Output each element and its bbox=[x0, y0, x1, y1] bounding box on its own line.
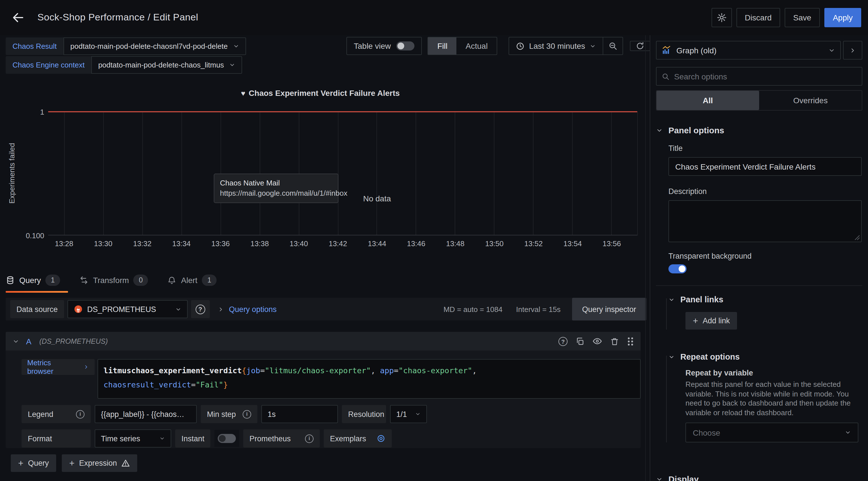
visualization-picker[interactable]: Graph (old) bbox=[656, 41, 841, 60]
zoom-out-button[interactable] bbox=[603, 37, 622, 55]
resolution-select[interactable]: 1/1 bbox=[390, 405, 427, 423]
fill-actual-control: Fill Actual bbox=[428, 37, 497, 55]
query-toolbar: Data source DS_PROMETHEUS ? Query option… bbox=[6, 298, 646, 321]
resolution-label: Resolution bbox=[342, 405, 386, 423]
toggle-viz-picker-button[interactable] bbox=[843, 41, 862, 60]
exemplars-icon[interactable] bbox=[376, 434, 385, 443]
main-scrollbar-track[interactable] bbox=[645, 35, 646, 481]
legend-label: Legendi bbox=[22, 405, 91, 423]
prometheus-type-label: Prometheusi bbox=[243, 429, 320, 448]
panel-settings-button[interactable] bbox=[711, 8, 732, 27]
chevron-down-icon bbox=[669, 354, 675, 360]
description-field-label: Description bbox=[669, 187, 862, 196]
drag-handle[interactable] bbox=[627, 337, 634, 346]
add-query-button[interactable]: + Query bbox=[11, 454, 56, 472]
repeat-variable-select[interactable]: Choose bbox=[685, 423, 858, 443]
disable-query-button[interactable] bbox=[592, 336, 602, 346]
section-repeat-options[interactable]: Repeat options bbox=[669, 352, 862, 361]
variable-chaos-engine-context: Chaos Engine context podtato-main-pod-de… bbox=[6, 56, 246, 74]
chevron-right-icon bbox=[83, 364, 89, 370]
add-link-button[interactable]: + Add link bbox=[685, 312, 737, 330]
data-source-picker[interactable]: DS_PROMETHEUS bbox=[67, 300, 188, 318]
min-step-input[interactable]: 1s bbox=[261, 405, 338, 423]
chevron-down-icon bbox=[590, 43, 596, 49]
x-tick-label: 13:52 bbox=[524, 239, 542, 248]
x-tick-label: 13:38 bbox=[250, 239, 269, 248]
refresh-button[interactable] bbox=[630, 41, 650, 51]
table-view-toggle[interactable] bbox=[397, 41, 415, 51]
chevron-right-icon bbox=[218, 306, 224, 312]
panel-description-textarea[interactable] bbox=[669, 200, 862, 242]
save-button[interactable]: Save bbox=[785, 8, 820, 27]
transparent-background-toggle[interactable] bbox=[669, 264, 687, 273]
tab-count-badge: 1 bbox=[202, 274, 217, 286]
chart-panel: ♥Chaos Experiment Verdict Failure Alerts… bbox=[0, 74, 650, 261]
graph-chart-icon bbox=[662, 46, 671, 55]
duplicate-query-button[interactable] bbox=[576, 337, 585, 346]
section-panel-options[interactable]: Panel options bbox=[656, 125, 862, 135]
x-tick-label: 13:30 bbox=[94, 239, 112, 248]
apply-button[interactable]: Apply bbox=[824, 8, 861, 27]
max-data-points-info: MD = auto = 1084 bbox=[443, 305, 502, 313]
time-range-picker[interactable]: Last 30 minutes bbox=[509, 37, 603, 55]
help-icon: ? bbox=[558, 337, 567, 346]
x-tick-label: 13:54 bbox=[563, 239, 582, 248]
back-arrow-icon[interactable] bbox=[11, 11, 25, 24]
title-field-label: Title bbox=[669, 144, 862, 153]
query-inspector-button[interactable]: Query inspector bbox=[572, 298, 646, 321]
repeat-description: Repeat this panel for each value in the … bbox=[685, 380, 862, 418]
panel-link-tooltip: Chaos Native Mail https://mail.google.co… bbox=[214, 174, 338, 203]
add-expression-button[interactable]: + Expression bbox=[62, 454, 137, 472]
metrics-browser-button[interactable]: Metrics browser bbox=[22, 359, 94, 375]
data-source-help-button[interactable]: ? bbox=[191, 300, 210, 318]
page-title: Sock-Shop Performance / Edit Panel bbox=[37, 12, 198, 23]
x-tick-label: 13:56 bbox=[602, 239, 621, 248]
gridline bbox=[103, 112, 104, 235]
chevron-down-icon bbox=[175, 306, 181, 312]
query-footer: + Query + Expression bbox=[11, 454, 137, 472]
delete-query-button[interactable] bbox=[610, 337, 619, 346]
instant-toggle[interactable] bbox=[218, 434, 236, 443]
actual-option[interactable]: Actual bbox=[457, 37, 497, 55]
gridline bbox=[572, 112, 572, 235]
instant-label: Instant bbox=[175, 429, 210, 448]
chevron-down-icon bbox=[415, 411, 421, 417]
variable-label: Chaos Engine context bbox=[6, 56, 91, 74]
plus-icon: + bbox=[693, 315, 698, 326]
section-display[interactable]: Display bbox=[656, 474, 862, 481]
resize-handle-icon[interactable] bbox=[855, 235, 860, 241]
query-expression[interactable]: litmuschaos_experiment_verdict{job="litm… bbox=[97, 359, 641, 399]
panel-title-input[interactable]: Chaos Experiment Verdict Failure Alerts bbox=[669, 157, 862, 176]
trash-icon bbox=[610, 337, 619, 346]
tab-query[interactable]: Query 1 bbox=[6, 271, 66, 293]
prometheus-icon bbox=[74, 305, 83, 314]
query-options-toggle[interactable]: Query options bbox=[218, 305, 277, 313]
transform-icon bbox=[80, 276, 88, 285]
query-help-button[interactable]: ? bbox=[558, 336, 567, 346]
options-search[interactable]: Search options bbox=[656, 67, 862, 86]
tab-count-badge: 1 bbox=[45, 274, 60, 286]
legend-input[interactable]: {{app_label}} - {{chaos… bbox=[95, 405, 197, 423]
fill-option[interactable]: Fill bbox=[428, 37, 457, 55]
tab-count-badge: 0 bbox=[133, 274, 148, 286]
collapse-chevron-icon[interactable] bbox=[12, 338, 19, 344]
variable-value-dropdown[interactable]: podtato-main-pod-delete-chaosnl7vd-pod-d… bbox=[63, 37, 246, 55]
discard-button[interactable]: Discard bbox=[736, 8, 780, 27]
tab-transform[interactable]: Transform 0 bbox=[80, 271, 154, 293]
filter-tab-overrides[interactable]: Overrides bbox=[759, 91, 862, 110]
table-view-label: Table view bbox=[354, 41, 391, 51]
query-datasource-hint: (DS_PROMETHEUS) bbox=[39, 337, 108, 345]
gear-icon bbox=[716, 12, 726, 23]
edit-panel-header: Sock-Shop Performance / Edit Panel Disca… bbox=[0, 0, 868, 35]
table-view-control: Table view bbox=[346, 37, 422, 55]
info-icon: i bbox=[243, 410, 251, 418]
filter-tab-all[interactable]: All bbox=[656, 91, 759, 110]
chevron-down-icon bbox=[656, 476, 663, 481]
variable-value-dropdown[interactable]: podtato-main-pod-delete-chaos_litmus bbox=[91, 56, 242, 74]
search-icon bbox=[662, 72, 670, 80]
section-panel-links[interactable]: Panel links bbox=[669, 295, 862, 304]
format-select[interactable]: Time series bbox=[95, 429, 171, 448]
tab-alert[interactable]: Alert 1 bbox=[167, 271, 222, 293]
query-row-header[interactable]: A (DS_PROMETHEUS) ? bbox=[6, 332, 641, 351]
no-data-text: No data bbox=[354, 194, 400, 203]
